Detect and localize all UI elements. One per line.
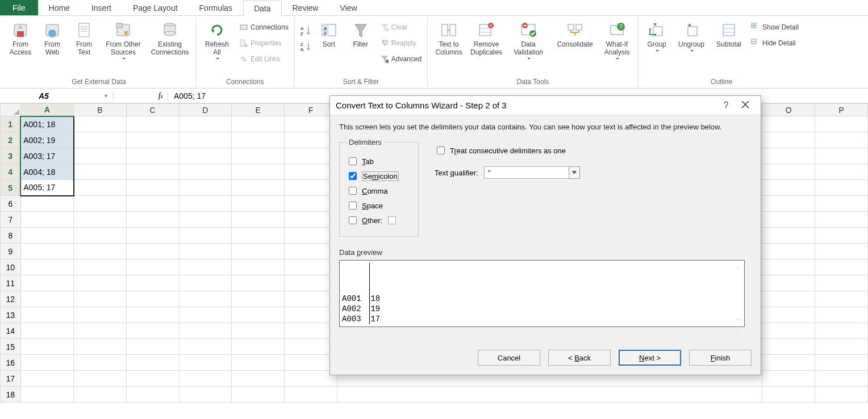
cell[interactable] — [179, 275, 232, 291]
cell[interactable] — [20, 371, 73, 387]
refresh-all-button[interactable]: Refresh All — [199, 19, 235, 61]
edit-links-button[interactable]: Edit Links — [237, 52, 291, 66]
cell[interactable] — [74, 148, 127, 164]
row-header-10[interactable]: 10 — [1, 259, 21, 275]
name-box[interactable]: A5 ▼ — [0, 91, 114, 100]
cell[interactable] — [179, 387, 232, 403]
ungroup-button[interactable]: Ungroup — [674, 19, 709, 53]
delim-other-checkbox[interactable] — [349, 216, 357, 224]
row-header-13[interactable]: 13 — [1, 307, 21, 323]
cell[interactable] — [126, 387, 179, 403]
col-header-a[interactable]: A — [20, 104, 73, 116]
cell[interactable] — [74, 196, 127, 212]
row-header-11[interactable]: 11 — [1, 275, 21, 291]
cell[interactable] — [126, 196, 179, 212]
cell[interactable] — [179, 148, 232, 164]
cell[interactable] — [20, 307, 73, 323]
tab-home[interactable]: Home — [38, 0, 81, 15]
filter-button[interactable]: Filter — [346, 19, 375, 50]
cell[interactable] — [232, 164, 285, 180]
cell[interactable] — [232, 212, 285, 228]
cell[interactable] — [762, 387, 815, 403]
tab-view[interactable]: View — [329, 0, 368, 15]
cell[interactable] — [232, 307, 285, 323]
cell[interactable] — [20, 291, 73, 307]
cell[interactable] — [179, 244, 232, 259]
cell[interactable] — [815, 148, 868, 164]
cell[interactable] — [762, 339, 815, 355]
cell[interactable] — [815, 387, 868, 403]
cell[interactable] — [815, 291, 868, 307]
delim-tab-checkbox[interactable] — [349, 157, 357, 165]
cell[interactable] — [762, 116, 815, 132]
cell[interactable] — [179, 323, 232, 339]
cell[interactable] — [20, 259, 73, 275]
cell[interactable] — [762, 180, 815, 196]
preview-vscroll[interactable]: ︿﹀ — [735, 263, 743, 324]
cell[interactable] — [232, 371, 285, 387]
properties-button[interactable]: Properties — [237, 36, 291, 50]
tab-page-layout[interactable]: Page Layout — [122, 0, 189, 15]
cell[interactable] — [20, 196, 73, 212]
cell[interactable] — [815, 132, 868, 148]
cell[interactable] — [179, 307, 232, 323]
preview-hscroll[interactable]: 〈〉 — [339, 330, 752, 338]
treat-consecutive-checkbox[interactable] — [437, 146, 445, 154]
cell[interactable] — [179, 212, 232, 228]
cell[interactable] — [815, 164, 868, 180]
cell[interactable] — [337, 387, 762, 403]
tab-data[interactable]: Data — [243, 1, 282, 16]
cell[interactable]: A003; 17 — [20, 148, 73, 164]
from-access-button[interactable]: A From Access — [6, 19, 35, 58]
cell[interactable] — [762, 275, 815, 291]
col-header-c[interactable]: C — [126, 104, 179, 116]
text-qualifier-dropdown-button[interactable] — [569, 166, 580, 179]
tab-review[interactable]: Review — [282, 0, 329, 15]
delim-semicolon-checkbox[interactable] — [349, 172, 357, 180]
cell[interactable] — [762, 148, 815, 164]
cell[interactable] — [762, 164, 815, 180]
row-header-18[interactable]: 18 — [1, 387, 21, 403]
cell[interactable] — [20, 244, 73, 259]
cell[interactable] — [126, 323, 179, 339]
delim-comma-checkbox[interactable] — [349, 187, 357, 195]
cell[interactable] — [20, 387, 73, 403]
cell[interactable] — [20, 212, 73, 228]
cell[interactable] — [232, 355, 285, 371]
fx-icon[interactable]: fx — [158, 91, 163, 100]
cell[interactable] — [232, 323, 285, 339]
cell[interactable] — [179, 339, 232, 355]
col-header-e[interactable]: E — [232, 104, 285, 116]
cell[interactable] — [815, 371, 868, 387]
cell[interactable] — [232, 244, 285, 259]
cell[interactable] — [179, 180, 232, 196]
delim-other-input[interactable] — [388, 216, 396, 224]
cell[interactable] — [179, 355, 232, 371]
cell[interactable] — [232, 132, 285, 148]
cell[interactable] — [762, 291, 815, 307]
cell[interactable]: A002; 19 — [20, 132, 73, 148]
tab-formulas[interactable]: Formulas — [189, 0, 243, 15]
cell[interactable] — [179, 116, 232, 132]
cell[interactable] — [762, 244, 815, 259]
what-if-button[interactable]: ? What-If Analysis — [599, 19, 635, 61]
dialog-close-button[interactable] — [736, 100, 755, 111]
remove-duplicates-button[interactable]: Remove Duplicates — [469, 19, 504, 58]
cell[interactable] — [126, 339, 179, 355]
tab-insert[interactable]: Insert — [81, 0, 122, 15]
cell[interactable] — [74, 291, 127, 307]
cell[interactable] — [815, 307, 868, 323]
cell[interactable] — [179, 132, 232, 148]
advanced-filter-button[interactable]: Advanced — [378, 52, 424, 66]
col-header-o[interactable]: O — [762, 104, 815, 116]
cell[interactable] — [74, 307, 127, 323]
row-header-1[interactable]: 1 — [1, 116, 21, 132]
row-header-4[interactable]: 4 — [1, 164, 21, 180]
cell[interactable] — [20, 275, 73, 291]
cell[interactable] — [762, 323, 815, 339]
cell[interactable] — [74, 164, 127, 180]
cell[interactable] — [74, 132, 127, 148]
row-header-14[interactable]: 14 — [1, 323, 21, 339]
row-header-9[interactable]: 9 — [1, 244, 21, 259]
sort-desc-button[interactable]: ZA — [298, 40, 312, 53]
